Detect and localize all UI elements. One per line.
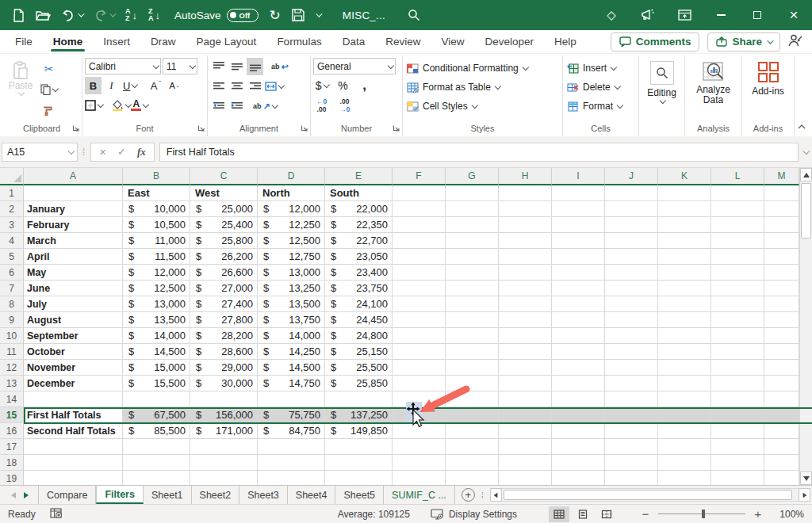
- cell-D4[interactable]: $12,500: [258, 233, 325, 249]
- cell-F12[interactable]: [393, 360, 446, 376]
- formula-bar-splitter[interactable]: ⁞: [82, 147, 86, 158]
- cell-C8[interactable]: $27,400: [190, 296, 258, 312]
- font-dialog-launcher[interactable]: [197, 122, 205, 134]
- alignment-dialog-launcher[interactable]: [301, 122, 308, 134]
- row-header-5[interactable]: 5: [0, 249, 24, 265]
- column-header-E[interactable]: E: [325, 168, 393, 185]
- cell-J18[interactable]: [605, 455, 658, 471]
- cell-E13[interactable]: $25,850: [325, 376, 393, 391]
- vertical-scroll-thumb[interactable]: [801, 183, 811, 239]
- cell-K4[interactable]: [658, 233, 711, 249]
- repeat-icon[interactable]: ↻: [270, 6, 281, 25]
- decrease-indent-icon[interactable]: [210, 97, 227, 115]
- analyze-data-button[interactable]: Analyze Data: [688, 58, 739, 123]
- cell-B14[interactable]: [123, 391, 190, 407]
- cell-F15[interactable]: [393, 407, 446, 423]
- cell-K17[interactable]: [658, 439, 711, 455]
- cell-K16[interactable]: [658, 423, 711, 439]
- cell-L15[interactable]: [711, 407, 764, 423]
- cell-H16[interactable]: [499, 423, 552, 439]
- column-header-G[interactable]: G: [446, 168, 499, 185]
- cell-K6[interactable]: [658, 265, 711, 281]
- cell-C14[interactable]: [190, 391, 258, 407]
- sheet-tab-sheet4[interactable]: Sheet4: [288, 486, 336, 504]
- cell-C19[interactable]: [190, 471, 258, 485]
- cell-C11[interactable]: $28,600: [190, 344, 258, 360]
- clipboard-dialog-launcher[interactable]: [72, 122, 79, 134]
- column-header-K[interactable]: K: [658, 168, 711, 185]
- cell-I11[interactable]: [552, 344, 605, 360]
- ribbon-tab-view[interactable]: View: [431, 30, 474, 53]
- font-color-button[interactable]: A: [131, 97, 147, 114]
- cell-G6[interactable]: [446, 265, 499, 281]
- cell-C13[interactable]: $30,000: [190, 376, 258, 391]
- cell-I10[interactable]: [552, 328, 605, 344]
- cell-I4[interactable]: [552, 233, 605, 249]
- cell-J15[interactable]: [605, 407, 658, 423]
- cell-C17[interactable]: [190, 439, 258, 455]
- cell-L2[interactable]: [711, 201, 764, 217]
- cell-J4[interactable]: [605, 233, 658, 249]
- cell-G3[interactable]: [446, 217, 499, 233]
- ribbon-tab-insert[interactable]: Insert: [93, 30, 140, 53]
- cell-C12[interactable]: $29,000: [190, 360, 258, 376]
- cell-D1[interactable]: North: [258, 185, 325, 201]
- cell-G4[interactable]: [446, 233, 499, 249]
- cell-A18[interactable]: [24, 455, 123, 471]
- row-header-10[interactable]: 10: [0, 328, 24, 344]
- percent-style-button[interactable]: %: [335, 77, 351, 94]
- cell-J3[interactable]: [605, 217, 658, 233]
- cell-D14[interactable]: [258, 391, 325, 407]
- scroll-left-button[interactable]: [490, 488, 502, 502]
- cell-K7[interactable]: [658, 281, 711, 296]
- ribbon-tab-developer[interactable]: Developer: [474, 30, 544, 53]
- cell-E6[interactable]: $23,400: [325, 265, 393, 281]
- cell-A1[interactable]: [24, 185, 123, 201]
- ribbon-tab-page-layout[interactable]: Page Layout: [186, 30, 267, 53]
- cell-E14[interactable]: [325, 391, 393, 407]
- cell-L8[interactable]: [711, 296, 764, 312]
- fill-color-button[interactable]: [112, 97, 130, 114]
- autosave-pill[interactable]: Off: [227, 9, 259, 22]
- cell-D13[interactable]: $14,750: [258, 376, 325, 391]
- premium-gem-icon[interactable]: ◇: [593, 0, 630, 30]
- cell-L5[interactable]: [711, 249, 764, 265]
- row-header-8[interactable]: 8: [0, 296, 24, 312]
- decrease-decimal-button[interactable]: .00→0: [336, 97, 353, 114]
- cell-J5[interactable]: [605, 249, 658, 265]
- cell-A7[interactable]: June: [24, 281, 123, 296]
- column-header-F[interactable]: F: [393, 168, 446, 185]
- cell-M7[interactable]: [764, 281, 799, 296]
- cell-M12[interactable]: [764, 360, 799, 376]
- new-sheet-button[interactable]: +: [462, 488, 475, 502]
- cell-B16[interactable]: $85,500: [123, 423, 190, 439]
- cell-L16[interactable]: [711, 423, 764, 439]
- column-header-C[interactable]: C: [190, 168, 258, 185]
- cell-B5[interactable]: $11,500: [123, 249, 190, 265]
- column-header-M[interactable]: M: [764, 168, 799, 185]
- cell-G16[interactable]: [446, 423, 499, 439]
- cell-G14[interactable]: [446, 391, 499, 407]
- cancel-icon[interactable]: ×: [99, 145, 106, 158]
- cell-A8[interactable]: July: [24, 296, 123, 312]
- row-header-12[interactable]: 12: [0, 360, 24, 376]
- column-header-J[interactable]: J: [605, 168, 658, 185]
- cell-E4[interactable]: $22,700: [325, 233, 393, 249]
- cell-A2[interactable]: January: [24, 201, 123, 217]
- cell-K12[interactable]: [658, 360, 711, 376]
- cell-H15[interactable]: [499, 407, 552, 423]
- cell-M6[interactable]: [764, 265, 799, 281]
- cell-B17[interactable]: [123, 439, 190, 455]
- align-right-icon[interactable]: [247, 78, 263, 95]
- decrease-font-button[interactable]: Aˇ: [166, 77, 182, 94]
- normal-view-button[interactable]: [549, 506, 569, 522]
- cell-B4[interactable]: $11,000: [123, 233, 190, 249]
- cell-F17[interactable]: [393, 439, 446, 455]
- cell-F14[interactable]: [393, 391, 446, 407]
- cell-D9[interactable]: $13,750: [258, 312, 325, 328]
- cell-E5[interactable]: $23,050: [325, 249, 393, 265]
- cell-M5[interactable]: [764, 249, 799, 265]
- ribbon-tab-file[interactable]: File: [5, 30, 43, 53]
- row-header-18[interactable]: 18: [0, 455, 24, 471]
- cell-H10[interactable]: [499, 328, 552, 344]
